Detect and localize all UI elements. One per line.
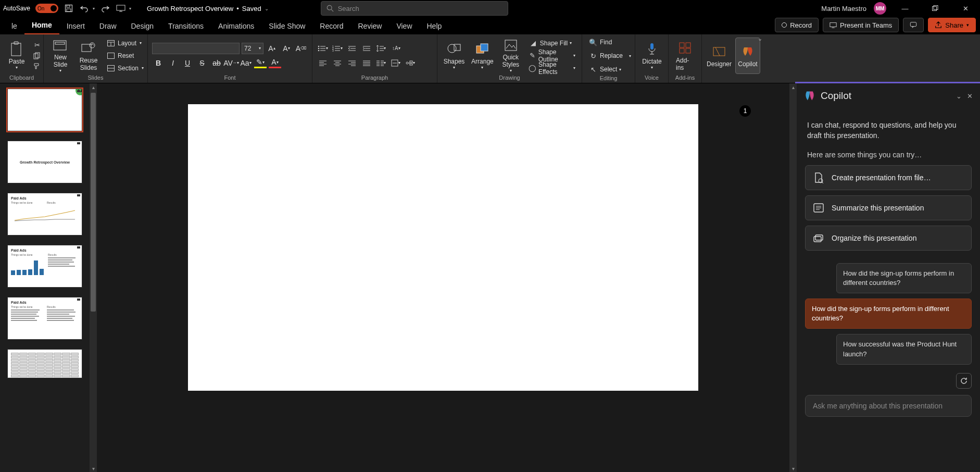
select-button[interactable]: ↖Select▾ xyxy=(586,64,633,75)
shape-outline-button[interactable]: ✎Shape Outline▾ xyxy=(526,50,577,61)
font-color-button[interactable]: A▾ xyxy=(269,58,281,68)
tab-home[interactable]: Home xyxy=(24,18,59,34)
align-left-button[interactable] xyxy=(317,57,329,69)
document-title[interactable]: Growth Retrospect Overview • Saved ⌄ xyxy=(147,5,269,13)
paste-button[interactable]: Paste ▾ xyxy=(4,38,29,74)
shape-effects-button[interactable]: ◯Shape Effects▾ xyxy=(526,63,577,74)
chevron-down-icon[interactable]: ⌄ xyxy=(265,6,269,11)
close-button[interactable]: ✕ xyxy=(954,1,977,16)
copy-icon[interactable] xyxy=(32,51,42,60)
tab-design[interactable]: Design xyxy=(124,19,161,34)
scroll-down-icon[interactable]: ▾ xyxy=(90,465,97,472)
dictate-button[interactable]: Dictate▾ xyxy=(639,38,664,74)
reset-button[interactable]: Reset xyxy=(104,50,146,61)
copilot-close-button[interactable]: ✕ xyxy=(967,92,973,100)
clear-formatting-icon[interactable]: A⌫ xyxy=(295,42,307,55)
save-icon[interactable] xyxy=(64,3,74,14)
qat-customize[interactable]: ▾ xyxy=(129,6,131,11)
present-from-start-icon[interactable] xyxy=(116,3,126,14)
search-input[interactable]: Search xyxy=(321,1,508,16)
decrease-indent-button[interactable] xyxy=(346,42,358,55)
quick-styles-button[interactable]: Quick Styles▾ xyxy=(498,38,523,74)
tab-review[interactable]: Review xyxy=(351,19,390,34)
cut-icon[interactable]: ✂ xyxy=(32,41,42,50)
slide-canvas[interactable]: 1 xyxy=(97,83,789,472)
shadow-button[interactable]: ab xyxy=(210,57,223,69)
addins-button[interactable]: Add-ins xyxy=(673,38,698,74)
current-slide[interactable] xyxy=(188,104,698,391)
undo-icon[interactable] xyxy=(79,3,90,14)
align-right-button[interactable] xyxy=(346,57,358,69)
numbering-button[interactable]: 123▾ xyxy=(331,42,344,55)
autosave-toggle[interactable]: On xyxy=(35,4,58,13)
copilot-input[interactable]: Ask me anything about this presentation xyxy=(805,395,972,417)
present-in-teams-button[interactable]: Present in Teams xyxy=(823,18,899,32)
shape-fill-button[interactable]: ◢Shape Fill▾ xyxy=(526,38,577,49)
copilot-suggestion-3[interactable]: How successful was the Product Hunt laun… xyxy=(836,334,972,364)
copilot-action-organize[interactable]: Organize this presentation xyxy=(805,226,972,251)
new-slide-button[interactable]: New Slide▾ xyxy=(48,38,73,74)
underline-button[interactable]: U xyxy=(181,57,194,69)
undo-dropdown[interactable]: ▾ xyxy=(93,6,95,11)
format-painter-icon[interactable] xyxy=(32,61,42,71)
user-name[interactable]: Martin Maestro xyxy=(821,5,866,13)
change-case-button[interactable]: Aa▾ xyxy=(240,57,252,69)
tab-insert[interactable]: Insert xyxy=(59,19,92,34)
align-center-button[interactable] xyxy=(331,57,344,69)
thumbnail-5[interactable]: Paid Ads Things we've done Results xyxy=(7,297,82,340)
decrease-font-icon[interactable]: A▾ xyxy=(280,42,293,55)
scroll-up-icon[interactable]: ▴ xyxy=(90,83,97,91)
italic-button[interactable]: I xyxy=(167,57,179,69)
font-name-combo[interactable] xyxy=(152,43,240,54)
tab-slideshow[interactable]: Slide Show xyxy=(261,19,312,34)
highlight-button[interactable]: ✎▾ xyxy=(254,58,267,68)
copilot-ribbon-button[interactable]: Copilot xyxy=(735,38,760,74)
share-button[interactable]: Share▾ xyxy=(928,18,976,32)
tab-draw[interactable]: Draw xyxy=(92,19,124,34)
thumbnail-4[interactable]: Paid Ads Things we've done Results xyxy=(7,245,82,288)
columns-button[interactable]: ▾ xyxy=(375,57,387,69)
tab-help[interactable]: Help xyxy=(420,19,449,34)
bold-button[interactable]: B xyxy=(152,57,165,69)
layout-button[interactable]: Layout▾ xyxy=(104,38,146,49)
tab-transitions[interactable]: Transitions xyxy=(161,19,211,34)
copilot-action-create[interactable]: Create presentation from file… xyxy=(805,165,972,190)
thumbnail-scrollbar[interactable]: ▴ ▾ xyxy=(90,83,97,472)
maximize-button[interactable] xyxy=(924,1,947,16)
replace-button[interactable]: ↻Replace▾ xyxy=(586,50,633,61)
tab-view[interactable]: View xyxy=(389,19,419,34)
reuse-slides-button[interactable]: Reuse Slides xyxy=(76,38,101,74)
minimize-button[interactable]: ― xyxy=(894,1,916,16)
redo-icon[interactable] xyxy=(100,3,110,14)
tab-animations[interactable]: Animations xyxy=(211,19,261,34)
increase-indent-button[interactable] xyxy=(360,42,373,55)
tab-file[interactable]: le xyxy=(4,19,24,34)
copilot-expand-button[interactable]: ⌄ xyxy=(956,92,962,100)
user-avatar[interactable]: MM xyxy=(874,2,886,15)
section-button[interactable]: Section▾ xyxy=(104,63,146,74)
increase-font-icon[interactable]: A▴ xyxy=(266,42,278,55)
copilot-action-summarize[interactable]: Summarize this presentation xyxy=(805,195,972,220)
designer-button[interactable]: Designer xyxy=(706,38,732,74)
char-spacing-button[interactable]: AV↔▾ xyxy=(225,57,237,69)
thumbnail-1[interactable]: AA xyxy=(7,89,82,131)
canvas-scrollbar[interactable]: ▴ ▾ xyxy=(789,83,797,472)
comments-button[interactable] xyxy=(903,18,924,32)
thumbnail-3[interactable]: Paid Ads Things we've done Results xyxy=(7,193,82,235)
justify-button[interactable] xyxy=(360,57,373,69)
strike-button[interactable]: S xyxy=(196,57,208,69)
record-button[interactable]: Record xyxy=(775,18,819,32)
arrange-button[interactable]: Arrange▾ xyxy=(470,38,495,74)
copilot-suggestion-1[interactable]: How did the sign-up forms perform in dif… xyxy=(836,263,972,293)
tab-record[interactable]: Record xyxy=(312,19,350,34)
text-direction-button[interactable]: ↕A▾ xyxy=(390,42,402,55)
bullets-button[interactable]: ▾ xyxy=(317,42,329,55)
shapes-button[interactable]: Shapes▾ xyxy=(442,38,467,74)
copilot-suggestion-2[interactable]: How did the sign-up forms perform in dif… xyxy=(805,299,972,329)
smartart-button[interactable]: ▾ xyxy=(404,57,417,69)
ribbon-collapse-button[interactable]: ⌄ xyxy=(758,35,762,42)
align-text-button[interactable]: ▾ xyxy=(390,57,402,69)
scroll-up-icon[interactable]: ▴ xyxy=(789,83,797,91)
font-size-combo[interactable]: 72▾ xyxy=(242,43,263,54)
find-button[interactable]: 🔍Find xyxy=(586,36,633,48)
